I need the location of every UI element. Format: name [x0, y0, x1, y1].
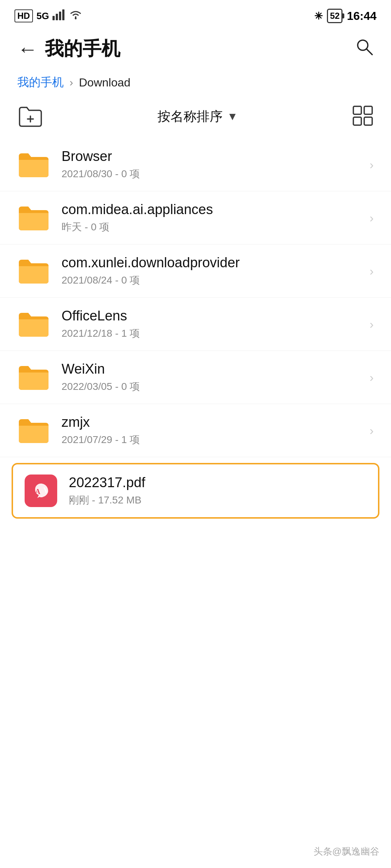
top-nav: ← 我的手机	[0, 29, 391, 69]
breadcrumb-home[interactable]: 我的手机	[17, 75, 64, 90]
chevron-right-icon: ›	[370, 317, 374, 331]
folder-info: WeiXin 2022/03/05 - 0 项	[62, 361, 364, 393]
svg-rect-3	[62, 9, 64, 20]
time-display: 16:44	[347, 9, 377, 23]
svg-rect-12	[364, 117, 372, 125]
pdf-file-item[interactable]: A 2022317.pdf 刚刚 - 17.52 MB	[12, 463, 379, 519]
chevron-right-icon: ›	[370, 158, 374, 172]
folder-info: com.xunlei.downloadprovider 2021/08/24 -…	[62, 255, 364, 287]
folder-meta: 2022/03/05 - 0 项	[62, 380, 364, 393]
hd-badge: HD	[14, 9, 33, 22]
folder-icon	[17, 201, 50, 234]
folder-name: OfficeLens	[62, 308, 364, 324]
signal-icon	[52, 9, 66, 23]
file-list: Browser 2021/08/30 - 0 项 › com.midea.ai.…	[0, 138, 391, 457]
svg-rect-9	[353, 106, 361, 114]
breadcrumb: 我的手机 › Download	[0, 69, 391, 99]
5g-badge: 5G	[37, 10, 49, 22]
wifi-icon	[69, 9, 82, 23]
breadcrumb-separator: ›	[70, 76, 73, 89]
folder-name: zmjx	[62, 414, 364, 430]
folder-icon	[17, 255, 50, 287]
status-bar: HD 5G ✳ 52 16:44	[0, 0, 391, 29]
svg-text:A: A	[35, 488, 41, 495]
view-toggle-button[interactable]	[352, 105, 374, 128]
svg-rect-1	[56, 14, 58, 20]
svg-rect-2	[59, 12, 61, 20]
page-title: 我的手机	[45, 36, 355, 61]
folder-info: OfficeLens 2021/12/18 - 1 项	[62, 308, 364, 340]
folder-item-browser[interactable]: Browser 2021/08/30 - 0 项 ›	[0, 138, 391, 191]
folder-meta: 昨天 - 0 项	[62, 220, 364, 234]
pdf-file-meta: 刚刚 - 17.52 MB	[69, 493, 366, 507]
chevron-right-icon: ›	[370, 211, 374, 225]
folder-name: com.xunlei.downloadprovider	[62, 255, 364, 271]
folder-item-weixin[interactable]: WeiXin 2022/03/05 - 0 项 ›	[0, 351, 391, 404]
folder-meta: 2021/08/30 - 0 项	[62, 167, 364, 181]
folder-item-xunlei[interactable]: com.xunlei.downloadprovider 2021/08/24 -…	[0, 244, 391, 298]
pdf-file-name: 2022317.pdf	[69, 475, 366, 490]
folder-meta: 2021/12/18 - 1 项	[62, 327, 364, 340]
bluetooth-icon: ✳	[314, 10, 323, 22]
status-left: HD 5G	[14, 9, 82, 23]
svg-line-6	[366, 49, 372, 55]
toolbar-left	[17, 106, 43, 127]
back-button[interactable]: ←	[17, 37, 38, 61]
breadcrumb-current: Download	[79, 76, 130, 89]
sort-arrow-icon: ▼	[227, 110, 238, 123]
status-right: ✳ 52 16:44	[314, 9, 377, 23]
pdf-file-info: 2022317.pdf 刚刚 - 17.52 MB	[69, 475, 366, 507]
folder-item-midea[interactable]: com.midea.ai.appliances 昨天 - 0 项 ›	[0, 191, 391, 244]
sort-control[interactable]: 按名称排序 ▼	[157, 108, 238, 125]
folder-info: com.midea.ai.appliances 昨天 - 0 项	[62, 202, 364, 234]
folder-icon	[17, 148, 50, 181]
folder-name: com.midea.ai.appliances	[62, 202, 364, 217]
chevron-right-icon: ›	[370, 370, 374, 384]
pdf-icon: A	[25, 475, 57, 507]
folder-info: zmjx 2021/07/29 - 1 项	[62, 414, 364, 447]
svg-rect-10	[364, 106, 372, 114]
new-folder-button[interactable]	[17, 106, 43, 127]
toolbar: 按名称排序 ▼	[0, 99, 391, 134]
search-button[interactable]	[355, 37, 374, 60]
folder-meta: 2021/08/24 - 0 项	[62, 273, 364, 287]
svg-rect-11	[353, 117, 361, 125]
folder-icon	[17, 308, 50, 340]
chevron-right-icon: ›	[370, 264, 374, 278]
watermark: 头条@飘逸幽谷	[314, 845, 379, 858]
svg-point-4	[75, 18, 77, 20]
battery-indicator: 52	[327, 9, 342, 23]
folder-meta: 2021/07/29 - 1 项	[62, 433, 364, 447]
folder-item-zmjx[interactable]: zmjx 2021/07/29 - 1 项 ›	[0, 404, 391, 457]
svg-rect-0	[52, 16, 55, 20]
folder-item-officelens[interactable]: OfficeLens 2021/12/18 - 1 项 ›	[0, 298, 391, 351]
folder-icon	[17, 414, 50, 447]
folder-name: Browser	[62, 149, 364, 164]
folder-info: Browser 2021/08/30 - 0 项	[62, 149, 364, 181]
folder-icon	[17, 361, 50, 393]
sort-label: 按名称排序	[157, 108, 223, 125]
chevron-right-icon: ›	[370, 424, 374, 438]
folder-name: WeiXin	[62, 361, 364, 377]
